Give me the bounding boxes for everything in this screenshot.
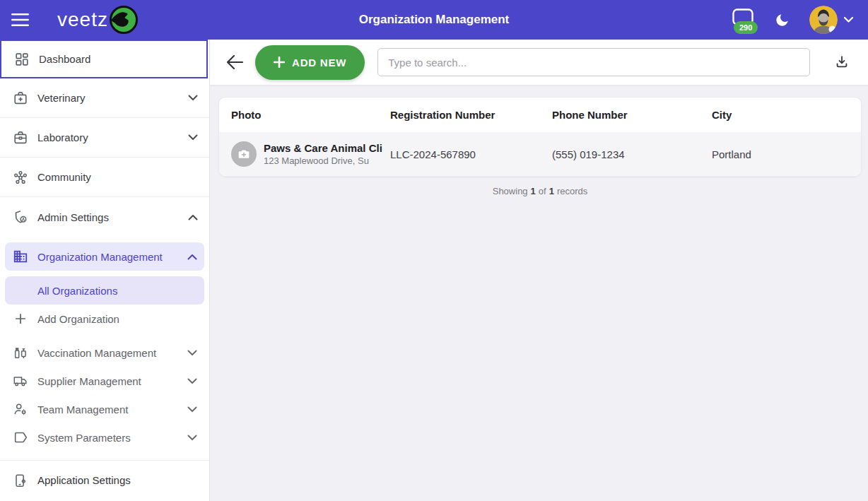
organization-identity: Paws & Care Animal Cli 123 Maplewood Dri… [264,142,386,166]
sidebar-item-label: Application Settings [37,474,198,486]
app-settings-icon [13,473,28,488]
plus-icon [13,311,28,326]
chevron-up-icon [187,254,197,260]
column-header-city: City [712,109,861,121]
building-icon [13,249,28,264]
sidebar-item-organization-management[interactable]: Organization Management [5,242,204,271]
photo-placeholder [231,141,257,167]
records-summary: Showing 1 of 1 records [218,186,862,196]
admin-shield-icon [13,209,28,225]
hamburger-menu-button[interactable] [8,10,32,30]
sidebar-item-add-organization[interactable]: Add Organization [5,305,204,333]
sidebar-item-all-organizations[interactable]: All Organizations [5,276,204,305]
organization-photo-cell: Paws & Care Animal Cli 123 Maplewood Dri… [231,141,390,167]
column-header-registration-number: Registration Number [390,109,552,121]
add-new-button[interactable]: ADD NEW [255,45,365,80]
chevron-up-icon [188,214,198,220]
sidebar-item-label: Add Organization [37,313,197,325]
chevron-down-icon [187,435,197,441]
sidebar-item-laboratory[interactable]: Laboratory [0,118,209,158]
brand-name: veetz [57,10,108,30]
dashboard-icon [14,52,30,67]
sidebar-item-label: System Parameters [37,432,187,444]
sidebar-item-label: Team Management [37,403,187,415]
sidebar-item-label: All Organizations [37,285,197,297]
sidebar-item-label: Organization Management [37,251,187,263]
arrow-left-icon [225,54,244,70]
sidebar-item-vaccination-management[interactable]: Vaccination Management [5,338,204,367]
vaccine-icon [13,345,28,360]
sidebar-item-label: Vaccination Management [37,347,187,359]
chevron-down-icon [187,406,197,413]
organization-address: 123 Maplewood Drive, Su [264,155,369,166]
table-header: Photo Registration Number Phone Number C… [219,98,861,132]
phone-number-cell: (555) 019-1234 [552,148,712,160]
sidebar-item-label: Supplier Management [37,375,187,387]
avatar [809,6,838,34]
sidebar-item-application-settings[interactable]: Application Settings [0,460,209,500]
header-actions: 290 [731,4,868,35]
person-gear-icon [13,401,28,417]
column-header-phone-number: Phone Number [552,109,712,121]
brand-logo-icon [107,4,139,36]
download-icon [834,54,850,70]
add-new-label: ADD NEW [292,57,346,69]
hub-icon [13,170,28,185]
chevron-down-icon [188,95,198,101]
organizations-table: Photo Registration Number Phone Number C… [218,97,862,177]
chevron-down-icon [843,16,854,23]
registration-number-cell: LLC-2024-567890 [390,148,552,160]
sidebar-item-supplier-management[interactable]: Supplier Management [5,367,204,395]
medical-bag-icon [13,90,28,106]
sidebar-item-team-management[interactable]: Team Management [5,395,204,423]
sidebar-item-label: Community [37,171,198,183]
briefcase-icon [13,130,28,146]
sidebar-item-community[interactable]: Community [0,158,209,197]
records-shown-count: 1 [531,186,536,196]
plus-icon [274,57,285,68]
city-cell: Portland [712,148,861,160]
column-header-photo: Photo [231,109,390,121]
records-summary-text: records [557,186,587,196]
sidebar-item-veterinary[interactable]: Veterinary [0,78,209,118]
records-summary-text: Showing [493,186,528,196]
page-title: Organization Management [359,13,510,27]
chevron-down-icon [188,134,198,141]
chevron-down-icon [187,378,197,384]
hamburger-icon [11,13,29,27]
sidebar-item-admin-settings[interactable]: Admin Settings [0,197,209,237]
chevron-down-icon [187,350,197,356]
search-input[interactable] [377,48,810,76]
organization-name: Paws & Care Animal Cli [264,142,382,154]
back-button[interactable] [224,53,245,71]
download-button[interactable] [833,53,851,71]
truck-icon [13,373,28,389]
brand[interactable]: veetz [57,4,139,36]
moon-icon [774,12,790,28]
toolbar: ADD NEW [210,40,868,86]
user-menu[interactable] [809,6,854,34]
organizations-list: Photo Registration Number Phone Number C… [210,86,868,196]
sidebar-item-label: Veterinary [37,92,188,104]
records-total-count: 1 [549,186,554,196]
sidebar: Dashboard Veterinary Laboratory Communit… [0,40,210,501]
device-count-badge: 290 [734,21,758,34]
sidebar-item-system-parameters[interactable]: System Parameters [5,423,204,452]
sidebar-item-label: Dashboard [39,53,195,65]
sidebar-item-label: Laboratory [37,131,188,143]
sidebar-item-label: Admin Settings [37,211,188,223]
main-content: ADD NEW Photo Registration Number Phone … [210,40,868,501]
device-count-button[interactable]: 290 [731,4,755,35]
dark-mode-toggle[interactable] [774,12,790,28]
app-header: veetz Organization Management 290 [0,0,868,40]
sidebar-item-dashboard[interactable]: Dashboard [0,40,208,78]
table-row[interactable]: Paws & Care Animal Cli 123 Maplewood Dri… [219,132,861,176]
camera-plus-icon [237,147,251,161]
label-tag-icon [13,430,28,445]
records-summary-text: of [539,186,546,196]
